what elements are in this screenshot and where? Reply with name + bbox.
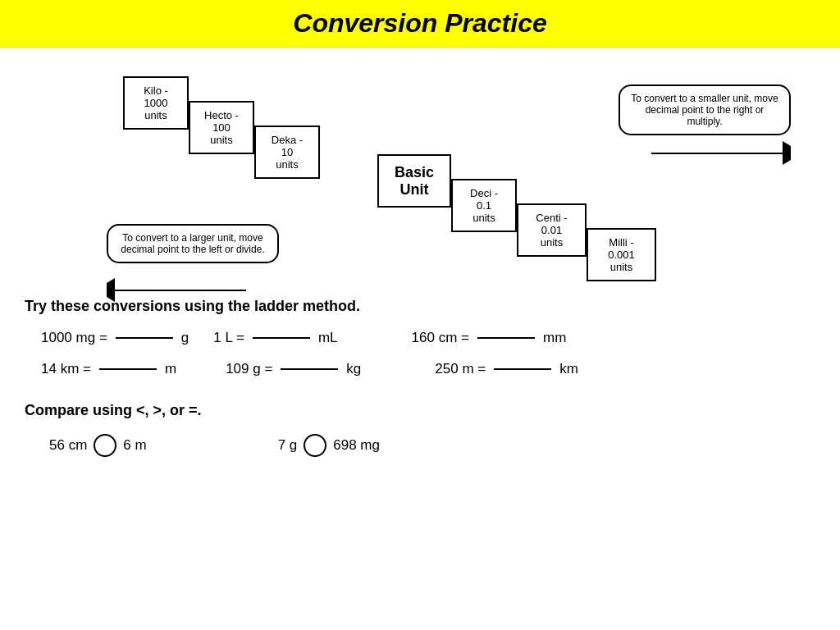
main-content: Kilo -1000units Hecto -100units Deka -10… <box>0 48 840 465</box>
hecto-box: Hecto -100units <box>189 101 254 154</box>
deci-box: Deci -0.1units <box>451 179 517 232</box>
compare-title: Compare using <, >, or =. <box>25 402 815 419</box>
note-smaller-unit: To convert to a smaller unit, move decim… <box>619 84 791 135</box>
centi-box: Centi -0.01units <box>517 203 587 257</box>
page-header: Conversion Practice <box>0 0 840 48</box>
ladder-diagram: Kilo -1000units Hecto -100units Deka -10… <box>25 60 815 290</box>
deka-box: Deka -10units <box>254 126 320 179</box>
conversion-14km-m: 14 km = m <box>41 361 176 377</box>
conversion-250m-km: 250 m = km <box>435 361 578 377</box>
left-arrow <box>107 283 246 298</box>
basic-unit-box: BasicUnit <box>377 154 451 208</box>
practice-title: Try these conversions using the ladder m… <box>25 298 815 315</box>
conversion-row-2: 14 km = m 109 g = kg 250 m = km <box>41 361 815 377</box>
conversion-109g-kg: 109 g = kg <box>226 361 361 377</box>
compare-item-1: 56 cm 6 m <box>49 434 147 457</box>
conversion-1L-mL: 1 L = mL <box>213 330 337 346</box>
page-title: Conversion Practice <box>0 8 840 39</box>
compare-circle-1 <box>94 434 116 457</box>
right-arrow <box>651 146 791 161</box>
conversion-160cm-mm: 160 cm = mm <box>412 330 567 346</box>
milli-box: Milli -0.001units <box>587 228 656 281</box>
conversion-row-1: 1000 mg = g 1 L = mL 160 cm = mm <box>41 330 815 346</box>
note-larger-unit: To convert to a larger unit, movedecimal… <box>107 224 279 263</box>
kilo-box: Kilo -1000units <box>123 76 189 130</box>
compare-circle-2 <box>304 434 326 457</box>
compare-item-2: 7 g 698 mg <box>278 434 380 457</box>
practice-section: Try these conversions using the ladder m… <box>25 298 815 377</box>
conversion-1000mg-g: 1000 mg = g <box>41 330 189 346</box>
compare-row: 56 cm 6 m 7 g 698 mg <box>49 434 815 457</box>
conversions-grid: 1000 mg = g 1 L = mL 160 cm = mm <box>41 330 815 377</box>
compare-section: Compare using <, >, or =. 56 cm 6 m 7 g … <box>25 402 815 457</box>
